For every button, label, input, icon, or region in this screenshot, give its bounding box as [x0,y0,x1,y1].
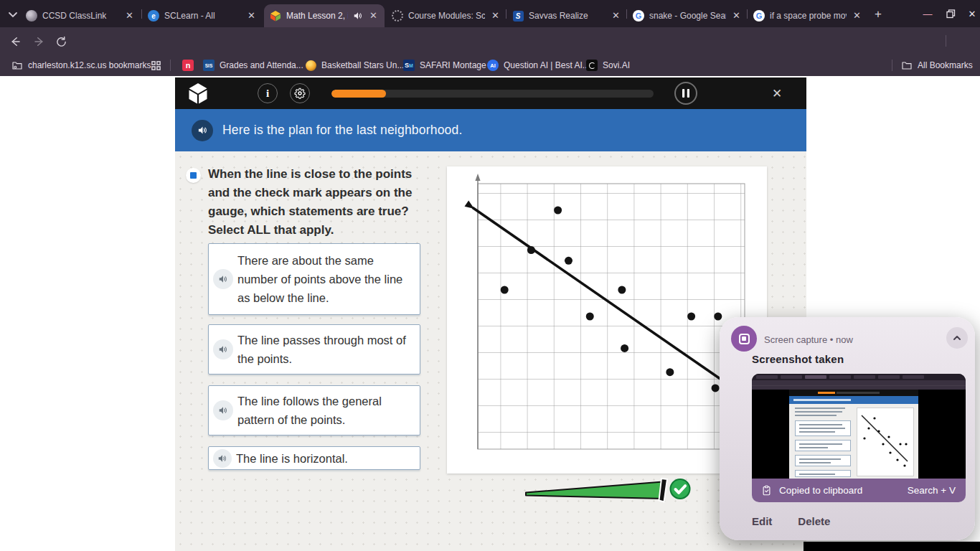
iready-lesson: i ✕ Here is the plan for the last neighb… [175,77,806,551]
answer-speaker-icon[interactable] [213,400,233,420]
copied-label: Copied to clipboard [779,485,862,496]
google-favicon: G [753,10,765,22]
answer-option-4[interactable]: The line is horizontal. [208,446,420,470]
iready-cube-logo [187,83,209,108]
edit-action[interactable]: Edit [752,515,772,527]
bookmark-label: Question AI | Best AI... [504,60,590,70]
answer-text: The line passes through most of the poin… [237,331,420,368]
screenshot-thumbnail[interactable] [752,374,966,479]
canvas-favicon [392,10,403,22]
lesson-progress-bar [331,90,654,98]
bookmark-label: Grades and Attenda... [220,60,303,70]
notification-time: now [836,334,853,345]
savvas-favicon: S [512,10,524,22]
tab-close-icon[interactable]: ✕ [490,11,501,22]
tab-close-icon[interactable]: ✕ [124,11,135,22]
thumb-toolbar [752,380,966,385]
bookmarks-separator [892,60,892,71]
bookmark-label: All Bookmarks [918,60,973,70]
answer-speaker-icon[interactable] [213,339,233,359]
scatter-point [554,207,562,215]
answer-speaker-icon[interactable] [213,449,232,468]
tab-label: if a space probe mov [770,11,847,21]
thumb-tabstrip [752,374,966,380]
notification-collapse-button[interactable] [946,327,968,349]
tab-close-icon[interactable]: ✕ [731,11,742,22]
tab-label: Math Lesson 2, i-R [286,11,348,21]
bottom-black-strip [804,542,980,551]
notification-dot: • [830,334,834,345]
folder-icon [901,60,913,71]
search-v-shortcut[interactable]: Search + V [908,485,956,496]
answer-text: The line follows the general pattern of … [237,392,420,429]
tab-close-icon[interactable]: ✕ [611,11,621,22]
tab-close-icon[interactable]: ✕ [368,11,379,22]
window-restore-button[interactable] [941,6,960,22]
bookmark-basketball[interactable]: Basketball Stars Un... [305,55,404,76]
tab-label: snake - Google Searc [649,11,726,21]
sclearn-favicon: e [148,10,159,22]
bookmark-n[interactable]: n [182,55,199,76]
bookmark-folder-district[interactable]: charleston.k12.sc.us bookmarks [11,55,151,76]
answer-option-1[interactable]: There are about the same number of point… [208,243,420,315]
bookmarks-separator [170,60,171,71]
forward-button[interactable] [30,32,49,51]
bookmark-question-ai[interactable]: AI Question AI | Best AI... [487,55,590,76]
screen-capture-notification[interactable]: Screen capture • now Screenshot taken [720,317,975,540]
tab-math-lesson-active[interactable]: Math Lesson 2, i-R ✕ [264,4,385,27]
window-minimize-button[interactable]: — [918,6,937,22]
pause-button[interactable] [674,82,697,105]
lesson-close-icon[interactable]: ✕ [772,86,782,101]
info-button[interactable]: i [258,83,278,103]
tab-search-chevron-icon[interactable] [6,7,20,22]
scatter-point [714,313,722,321]
answer-speaker-icon[interactable] [213,269,233,289]
tab-close-icon[interactable]: ✕ [852,11,862,22]
delete-action[interactable]: Delete [798,515,830,527]
bookmark-sovi[interactable]: Sovi.AI [586,55,630,76]
tab-space-probe[interactable]: G if a space probe mov ✕ [748,4,868,27]
all-bookmarks-button[interactable]: All Bookmarks [901,55,973,76]
bookmark-safari-montage[interactable]: SM SAFARI Montage [403,55,486,76]
answer-text: There are about the same number of point… [237,251,420,307]
scatter-point [565,257,573,265]
tab-close-icon[interactable]: ✕ [246,11,257,22]
reload-button[interactable] [52,32,70,51]
copied-to-clipboard-bar: Copied to clipboard Search + V [752,479,966,502]
window-close-button[interactable]: ✕ [963,6,980,22]
scatter-point [618,286,626,294]
classlink-favicon [26,10,37,22]
google-favicon: G [633,10,644,22]
lesson-header: i ✕ [175,77,806,109]
notification-app-name: Screen capture [764,334,827,345]
tab-course-modules[interactable]: Course Modules: Scie ✕ [386,4,507,27]
tab-sclearn[interactable]: e SCLearn - All ✕ [142,4,263,27]
lesson-progress-fill [331,90,386,98]
toolbar-separator [946,35,946,47]
folder-gear-icon [11,60,23,71]
answer-option-3[interactable]: The line follows the general pattern of … [208,385,420,435]
gauge-wedge [526,482,663,499]
question-bullet-icon [186,168,201,183]
scatter-point [527,246,535,254]
tab-ccsd-classlink[interactable]: CCSD ClassLink ✕ [20,4,141,27]
tab-savvas[interactable]: S Savvas Realize ✕ [507,4,627,27]
tab-audio-icon[interactable] [353,11,363,21]
new-tab-button[interactable]: + [870,6,887,23]
tab-snake-search[interactable]: G snake - Google Searc ✕ [627,4,748,27]
bookmark-grades[interactable]: SIS Grades and Attenda... [203,55,303,76]
apps-grid-icon[interactable] [151,55,161,76]
back-button[interactable] [6,32,24,51]
scatter-point [621,344,628,352]
settings-gear-button[interactable] [290,83,310,103]
notification-actions: Edit Delete [752,515,830,527]
tab-label: SCLearn - All [164,11,241,21]
iready-cube-favicon [270,10,281,22]
banner-speaker-icon[interactable] [192,120,213,141]
n-favicon: n [182,60,194,71]
question-text: When the line is close to the points and… [208,165,425,240]
scatter-point [501,286,509,294]
bookmark-label: charleston.k12.sc.us bookmarks [28,60,151,70]
basketball-favicon [305,60,316,71]
answer-option-2[interactable]: The line passes through most of the poin… [208,324,420,375]
